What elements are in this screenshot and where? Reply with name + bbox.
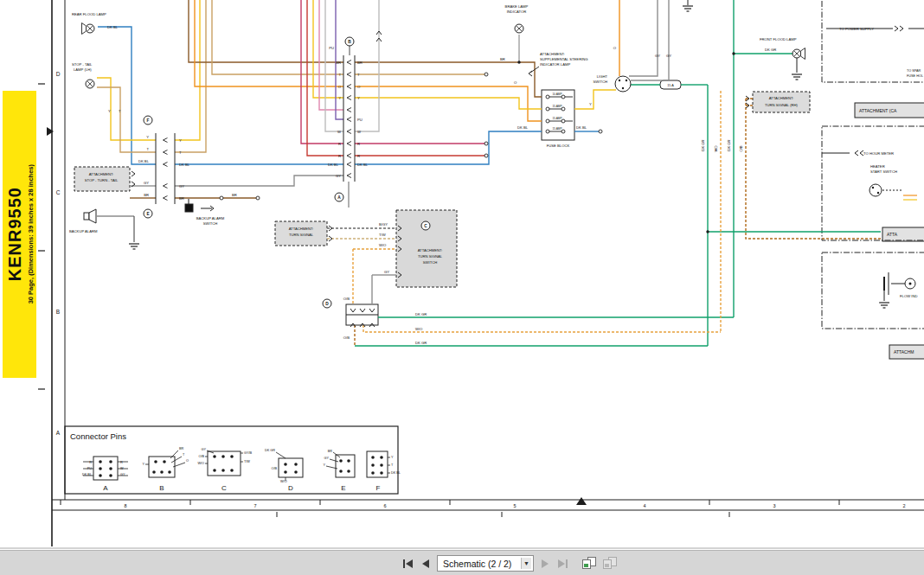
previous-page-button[interactable] (420, 558, 431, 570)
speaker-icon (89, 209, 96, 223)
label: DK GR (701, 139, 705, 150)
junction-dot (706, 230, 709, 233)
label: BR (144, 193, 149, 197)
wire (355, 98, 542, 109)
connector-pin-arrow (347, 130, 351, 134)
terminal (561, 119, 565, 123)
label: B (56, 309, 60, 315)
label: F (376, 484, 381, 492)
connector-pin-arrow (164, 196, 168, 201)
wire (171, 457, 182, 463)
pin-dot (339, 459, 343, 463)
label: DK GR (415, 312, 427, 316)
label: ATTACHMENT (CA (859, 108, 897, 113)
pin-dot (109, 460, 112, 463)
wire (355, 62, 542, 97)
label: 3 (773, 503, 775, 508)
label: 15 A (667, 84, 674, 87)
label: Y (589, 102, 592, 106)
label: TO HOUR METER (863, 151, 894, 156)
terminal (484, 73, 488, 76)
page-select-dropdown[interactable]: Schematic (2 / 2) ▼ (437, 555, 534, 572)
label: PU (329, 46, 334, 50)
label: Y (146, 135, 149, 139)
junction-dot (909, 283, 912, 285)
label: SUPPLEMENTAL STEERING (540, 57, 588, 61)
connector-pin-arrow (347, 174, 351, 178)
pin-dot (221, 455, 225, 458)
connector-designator-letter: B (348, 40, 351, 44)
label: T (357, 73, 360, 77)
pin-dot (380, 456, 383, 459)
label: W/O (197, 462, 204, 465)
label: W/O (379, 243, 387, 247)
label: 2 (902, 503, 905, 508)
label: DK BL (138, 159, 150, 163)
label: BR (179, 196, 184, 201)
label: GY (655, 54, 660, 58)
label: GY (324, 457, 330, 460)
pin-dot (284, 470, 287, 474)
pin-dot (371, 463, 375, 467)
pin-dot (347, 470, 350, 473)
label: ATTACHM (894, 349, 914, 355)
label: TO SPAR (907, 69, 921, 73)
connector-designator-letter: D (325, 302, 329, 306)
label: BR (328, 450, 333, 453)
terminal (561, 130, 565, 133)
arrow-right-icon (542, 559, 549, 568)
terminal (546, 95, 549, 99)
connector-pin-arrow (347, 61, 351, 65)
page-navigation: Schematic (2 / 2) ▼ (401, 555, 618, 572)
previous-view-button[interactable] (582, 557, 597, 570)
first-page-button[interactable] (401, 558, 414, 570)
label: BR (357, 61, 363, 65)
label: O (186, 459, 189, 463)
next-page-button[interactable] (540, 558, 550, 570)
label: A (103, 484, 108, 492)
junction-dot (622, 87, 624, 89)
label: DK GR (265, 449, 275, 452)
label: R (120, 461, 123, 464)
arrow-icon (132, 171, 135, 176)
label: O/B (343, 335, 350, 340)
connector-pin-arrow (347, 73, 351, 77)
label: R (357, 154, 360, 158)
label: SWITCH (593, 80, 607, 84)
connector-pin-arrow (164, 138, 168, 143)
label: BR (500, 57, 505, 61)
label: PU (87, 467, 93, 470)
label: FUSE HOL (907, 74, 923, 78)
pin-dot (99, 467, 102, 470)
label: 15 AMP (552, 105, 561, 108)
wire (355, 0, 379, 131)
chevron-down-icon: ▼ (521, 558, 531, 569)
label: T (146, 147, 149, 151)
wire (355, 131, 542, 164)
label: GY (179, 184, 184, 188)
label: W (120, 467, 124, 470)
arrow-icon (360, 309, 365, 312)
last-page-button[interactable] (556, 558, 569, 570)
box (822, 252, 924, 329)
wire (195, 0, 343, 86)
label: GY (202, 448, 207, 451)
label: BR (179, 447, 184, 450)
terminal (546, 107, 549, 111)
label: DK GR (765, 48, 776, 52)
label: C (56, 189, 61, 195)
pin-dot (109, 474, 112, 477)
next-view-button[interactable] (603, 557, 618, 570)
label: T (119, 109, 121, 113)
label: INDICATOR LAMP (540, 62, 570, 67)
label: SWITCH (203, 221, 218, 226)
label: T (391, 463, 394, 467)
pin-dot (339, 470, 343, 473)
label: SWITCH (423, 260, 438, 265)
junction-dot (619, 80, 620, 81)
document-id: KENR9550 (5, 187, 25, 281)
label: ATTACHMENT: (769, 96, 794, 100)
wire (98, 27, 156, 164)
box (753, 92, 810, 112)
junction-dot (517, 61, 520, 63)
